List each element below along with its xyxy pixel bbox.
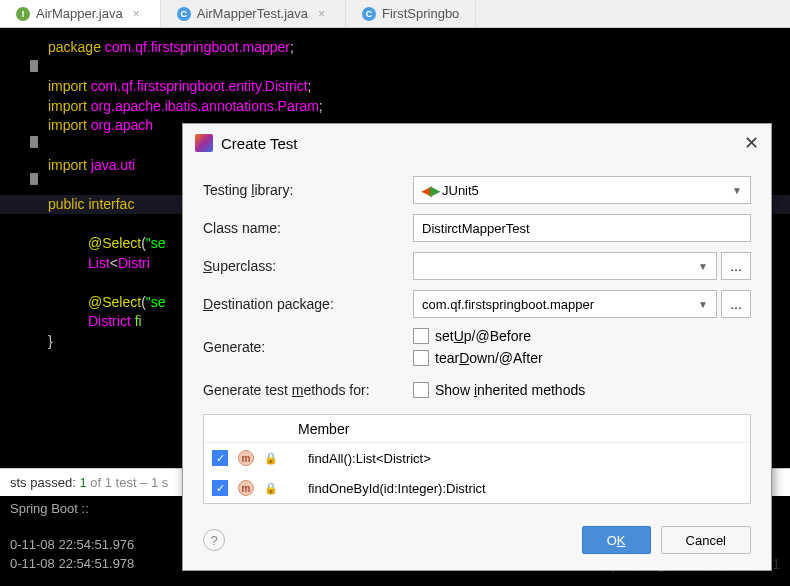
- member-column: Member: [240, 421, 349, 437]
- destination-browse-button[interactable]: ...: [721, 290, 751, 318]
- method-name: findAll():List<District>: [288, 451, 431, 466]
- close-icon[interactable]: ×: [314, 7, 329, 21]
- destination-select[interactable]: com.qf.firstspringboot.mapper ▼: [413, 290, 717, 318]
- methods-for-label: Generate test methods for:: [203, 382, 413, 398]
- help-icon[interactable]: ?: [203, 529, 225, 551]
- class-name-label: Class name:: [203, 220, 413, 236]
- create-test-dialog: Create Test ✕ Testing library: ◀▶ JUnit5…: [182, 123, 772, 571]
- superclass-select[interactable]: ▼: [413, 252, 717, 280]
- method-row[interactable]: ✓ m 🔒 findOneById(id:Integer):District: [204, 473, 750, 503]
- gutter: [0, 38, 40, 188]
- destination-label: Destination package:: [203, 296, 413, 312]
- ok-button[interactable]: OK: [582, 526, 651, 554]
- chevron-down-icon: ▼: [732, 185, 742, 196]
- tab-label: FirstSpringbo: [382, 6, 459, 21]
- chevron-down-icon: ▼: [698, 299, 708, 310]
- method-checkbox[interactable]: ✓: [212, 450, 228, 466]
- method-name: findOneById(id:Integer):District: [288, 481, 486, 496]
- setup-label: setUp/@Before: [435, 328, 531, 344]
- superclass-browse-button[interactable]: ...: [721, 252, 751, 280]
- setup-checkbox[interactable]: [413, 328, 429, 344]
- interface-icon: I: [16, 7, 30, 21]
- tab-airmapper[interactable]: I AirMapper.java ×: [0, 0, 161, 27]
- class-icon: C: [177, 7, 191, 21]
- close-icon[interactable]: ×: [129, 7, 144, 21]
- testing-library-select[interactable]: ◀▶ JUnit5 ▼: [413, 176, 751, 204]
- inherited-checkbox[interactable]: [413, 382, 429, 398]
- testing-library-label: Testing library:: [203, 182, 413, 198]
- lock-icon: 🔒: [264, 452, 278, 465]
- chevron-down-icon: ▼: [698, 261, 708, 272]
- tab-label: AirMapper.java: [36, 6, 123, 21]
- generate-label: Generate:: [203, 339, 413, 355]
- close-icon[interactable]: ✕: [744, 132, 759, 154]
- teardown-label: tearDown/@After: [435, 350, 543, 366]
- lock-icon: 🔒: [264, 482, 278, 495]
- method-row[interactable]: ✓ m 🔒 findAll():List<District>: [204, 443, 750, 473]
- tab-label: AirMapperTest.java: [197, 6, 308, 21]
- cancel-button[interactable]: Cancel: [661, 526, 751, 554]
- method-icon: m: [238, 450, 254, 466]
- method-icon: m: [238, 480, 254, 496]
- superclass-label: Superclass:: [203, 258, 413, 274]
- teardown-checkbox[interactable]: [413, 350, 429, 366]
- intellij-icon: [195, 134, 213, 152]
- method-checkbox[interactable]: ✓: [212, 480, 228, 496]
- class-icon: C: [362, 7, 376, 21]
- member-table: Member ✓ m 🔒 findAll():List<District> ✓ …: [203, 414, 751, 504]
- class-name-input[interactable]: [413, 214, 751, 242]
- tab-airmappertest[interactable]: C AirMapperTest.java ×: [161, 0, 346, 27]
- tab-firstspringbo[interactable]: C FirstSpringbo: [346, 0, 476, 27]
- dialog-title: Create Test: [221, 135, 297, 152]
- editor-tabs: I AirMapper.java × C AirMapperTest.java …: [0, 0, 790, 28]
- inherited-label: Show inherited methods: [435, 382, 585, 398]
